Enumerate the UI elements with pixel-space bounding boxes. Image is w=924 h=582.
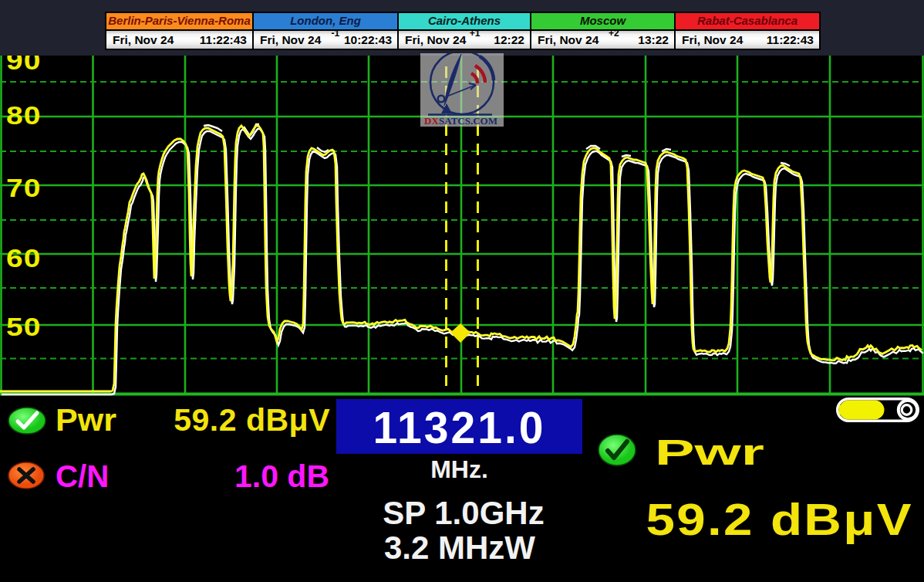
svg-text:SATCS.COM: SATCS.COM bbox=[439, 115, 497, 127]
svg-text:DX: DX bbox=[424, 115, 439, 127]
